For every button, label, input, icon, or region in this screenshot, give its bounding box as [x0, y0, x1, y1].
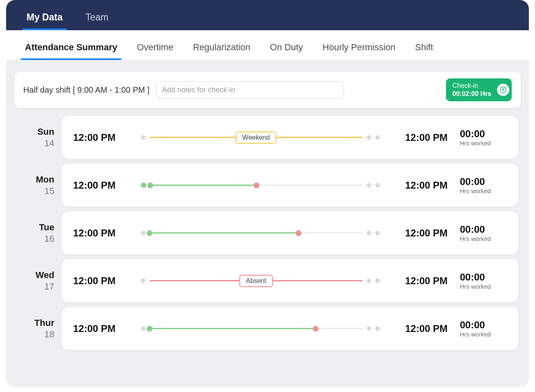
day-card[interactable]: 12:00 PMWeekend12:00 PM00:00Hrs worked	[62, 116, 518, 159]
checkin-button[interactable]: Check-in 00:02:00 Hrs	[446, 78, 512, 101]
day-row: Mon1512:00 PM12:00 PM00:00Hrs worked	[17, 164, 518, 207]
subnav-tab-shift[interactable]: Shift	[412, 33, 435, 60]
primary-tab-my-data[interactable]: My Data	[22, 3, 67, 30]
day-end-time: 12:00 PM	[386, 227, 448, 239]
timeline-lead-dot	[141, 278, 145, 283]
hours-value: 00:00	[460, 319, 507, 331]
hours-worked: 00:00Hrs worked	[460, 272, 507, 290]
hours-value: 00:00	[460, 128, 507, 140]
day-timeline	[134, 326, 386, 331]
secondary-nav: Attendance SummaryOvertimeRegularization…	[6, 30, 529, 60]
checkin-label: Check-in	[453, 82, 491, 90]
timeline-end-dot	[375, 135, 380, 140]
timeline-end-dot	[367, 326, 371, 331]
timeline-start-knob	[147, 326, 152, 332]
day-start-time: 12:00 PM	[73, 275, 134, 287]
timeline-track	[150, 185, 363, 186]
timeline-track: Absent	[149, 280, 363, 281]
timeline-end-dot	[375, 326, 380, 331]
hours-label: Hrs worked	[460, 331, 507, 338]
timeline-end-knob	[296, 230, 301, 236]
day-number: 16	[45, 234, 54, 244]
day-header: Tue16	[17, 212, 62, 254]
day-start-time: 12:00 PM	[73, 227, 134, 239]
hours-value: 00:00	[460, 224, 507, 235]
hours-worked: 00:00Hrs worked	[460, 319, 507, 338]
timeline-start-knob	[147, 230, 152, 236]
day-number: 14	[45, 138, 54, 149]
timeline-end-dot	[375, 231, 380, 235]
day-timeline	[134, 231, 386, 235]
day-row: Wed1712:00 PMAbsent12:00 PM00:00Hrs work…	[17, 259, 518, 302]
day-timeline: Absent	[134, 278, 386, 283]
day-end-time: 12:00 PM	[386, 132, 448, 143]
subnav-tab-hourly-permission[interactable]: Hourly Permission	[320, 33, 398, 60]
timeline-track	[149, 232, 363, 234]
day-row: Thur1812:00 PM12:00 PM00:00Hrs worked	[17, 307, 518, 350]
day-card[interactable]: 12:00 PMAbsent12:00 PM00:00Hrs worked	[62, 259, 518, 302]
hours-worked: 00:00Hrs worked	[460, 128, 507, 147]
day-timeline	[134, 183, 386, 188]
day-timeline: Weekend	[134, 135, 386, 140]
timeline-track: Weekend	[149, 137, 363, 138]
day-row: Tue1612:00 PM12:00 PM00:00Hrs worked	[17, 212, 518, 254]
timeline-end-dot	[375, 183, 380, 187]
day-end-time: 12:00 PM	[386, 323, 448, 334]
day-card[interactable]: 12:00 PM12:00 PM00:00Hrs worked	[62, 307, 518, 350]
subnav-tab-regularization[interactable]: Regularization	[190, 33, 253, 60]
day-number: 15	[45, 186, 54, 196]
hours-label: Hrs worked	[460, 187, 507, 194]
day-number: 17	[45, 281, 54, 292]
day-name: Thur	[34, 318, 54, 328]
day-name: Mon	[36, 174, 54, 185]
day-start-time: 12:00 PM	[73, 132, 134, 143]
checkin-play-icon	[497, 84, 509, 96]
day-start-time: 12:00 PM	[73, 180, 134, 191]
subnav-tab-overtime[interactable]: Overtime	[134, 33, 176, 60]
checkin-notes-input[interactable]	[156, 81, 344, 98]
hours-value: 00:00	[460, 272, 507, 283]
day-card[interactable]: 12:00 PM12:00 PM00:00Hrs worked	[62, 212, 518, 254]
timeline-lead-dot	[141, 231, 145, 235]
shift-label: Half day shift [ 9:00 AM - 1:00 PM ]	[23, 85, 149, 95]
timeline-end-dot	[367, 135, 371, 140]
timeline-lead-dot	[141, 183, 146, 188]
timeline-tag: Absent	[239, 275, 273, 287]
hours-value: 00:00	[460, 176, 507, 187]
timeline-lead-dot	[141, 326, 145, 331]
timeline-track	[149, 328, 363, 329]
subnav-tab-attendance-summary[interactable]: Attendance Summary	[22, 33, 120, 60]
day-name: Tue	[39, 222, 54, 233]
day-header: Sun14	[17, 116, 62, 159]
day-name: Sun	[37, 127, 54, 137]
timeline-end-dot	[367, 278, 371, 283]
hours-label: Hrs worked	[460, 235, 507, 242]
day-name: Wed	[36, 270, 54, 281]
day-end-time: 12:00 PM	[386, 275, 448, 287]
hours-worked: 00:00Hrs worked	[460, 176, 507, 194]
timeline-tag: Weekend	[236, 131, 276, 144]
subnav-tab-on-duty[interactable]: On Duty	[268, 33, 305, 60]
primary-nav: My DataTeam	[6, 0, 529, 30]
timeline-end-knob	[254, 183, 259, 188]
hours-label: Hrs worked	[460, 140, 507, 147]
day-end-time: 12:00 PM	[386, 180, 448, 191]
timeline-end-dot	[367, 231, 371, 235]
timeline-end-dot	[367, 183, 371, 187]
hours-worked: 00:00Hrs worked	[460, 224, 507, 242]
day-header: Mon15	[17, 164, 62, 207]
day-header: Thur18	[17, 307, 62, 350]
checkin-bar: Half day shift [ 9:00 AM - 1:00 PM ] Che…	[14, 72, 521, 108]
timeline-start-knob	[147, 183, 153, 188]
timeline-end-knob	[313, 326, 319, 332]
day-start-time: 12:00 PM	[73, 323, 134, 334]
day-number: 18	[45, 329, 54, 340]
day-card[interactable]: 12:00 PM12:00 PM00:00Hrs worked	[62, 164, 518, 207]
day-header: Wed17	[17, 259, 62, 302]
timeline-lead-dot	[141, 135, 145, 140]
checkin-timer: 00:02:00 Hrs	[453, 90, 491, 98]
hours-label: Hrs worked	[460, 283, 507, 290]
timeline-end-dot	[375, 278, 380, 283]
day-row: Sun1412:00 PMWeekend12:00 PM00:00Hrs wor…	[17, 116, 518, 159]
primary-tab-team[interactable]: Team	[81, 3, 112, 30]
